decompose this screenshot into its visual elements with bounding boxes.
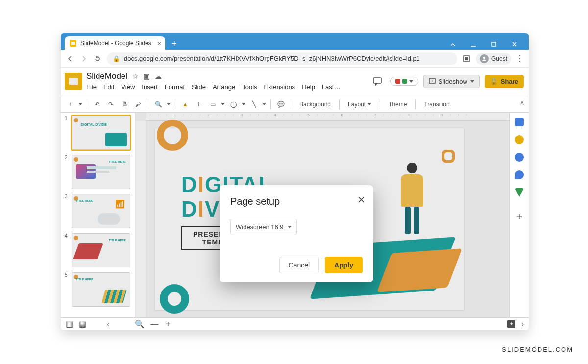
paint-format-icon[interactable]: 🖌 — [133, 99, 144, 110]
contacts-icon[interactable] — [515, 170, 524, 179]
menu-help[interactable]: Help — [302, 83, 315, 91]
calendar-icon[interactable] — [515, 118, 524, 126]
slide-thumb[interactable]: TITLE HERE — [72, 155, 130, 189]
chevron-down-icon — [470, 80, 474, 83]
slide-thumb[interactable]: TITLE HERE — [72, 233, 130, 267]
menu-slide[interactable]: Slide — [192, 83, 206, 91]
maps-icon[interactable] — [515, 188, 524, 197]
zoom-icon[interactable]: 🔍 — [153, 99, 164, 110]
undo-icon[interactable]: ↶ — [92, 99, 102, 110]
sidepanel-toggle-icon[interactable]: › — [521, 320, 524, 329]
slideshow-button[interactable]: Slideshow — [423, 75, 480, 88]
cancel-button[interactable]: Cancel — [279, 257, 319, 273]
thumb-number: 3 — [65, 194, 69, 228]
ruler-horizontal: · · · 1 · · · 2 · · · 3 · · · 4 · · · 5 … — [146, 113, 509, 121]
menu-insert[interactable]: Insert — [142, 83, 158, 91]
nav-reload-icon[interactable] — [93, 54, 102, 63]
doc-title[interactable]: SlideModel — [86, 72, 127, 81]
chevron-down-icon — [409, 80, 413, 83]
explore-icon[interactable]: ✦ — [507, 320, 515, 328]
collapse-panel-icon[interactable]: ‹ — [107, 320, 109, 329]
zoom-in-icon[interactable]: ＋ — [164, 319, 172, 329]
meet-button[interactable] — [390, 77, 418, 86]
window-minimize-button[interactable] — [443, 38, 462, 50]
avatar-icon — [480, 54, 489, 63]
nav-back-icon[interactable] — [66, 54, 74, 63]
menu-edit[interactable]: Edit — [103, 83, 114, 91]
window-maximize-button[interactable] — [485, 38, 503, 50]
url-text: docs.google.com/presentation/d/1tt7KHlXV… — [124, 55, 420, 62]
address-bar: 🔒 docs.google.com/presentation/d/1tt7KHl… — [61, 50, 529, 68]
keep-icon[interactable] — [515, 135, 524, 144]
textbox-icon[interactable]: T — [194, 99, 204, 110]
zoom-out-icon[interactable]: 🔍 — [135, 319, 145, 329]
comment-add-icon[interactable]: 💬 — [275, 99, 286, 110]
menu-extensions[interactable]: Extensions — [264, 83, 295, 91]
share-button[interactable]: 🔒 Share — [485, 75, 524, 88]
theme-button[interactable]: Theme — [385, 99, 411, 109]
print-icon[interactable]: 🖶 — [119, 99, 130, 110]
side-panel: ＋ — [509, 113, 529, 317]
profile-label: Guest — [491, 55, 507, 62]
decor-square-icon — [442, 150, 455, 163]
transition-button[interactable]: Transition — [420, 99, 453, 109]
tasks-icon[interactable] — [515, 153, 524, 162]
chevron-down-icon — [368, 103, 371, 105]
thumb-number: 2 — [65, 155, 69, 189]
window-close-button[interactable] — [505, 38, 524, 50]
watermark-text: SLIDEMODEL.COM — [502, 346, 573, 353]
cloud-status-icon[interactable]: ☁ — [155, 73, 162, 80]
browser-tab[interactable]: SlideModel - Google Slides × — [65, 36, 165, 50]
page-size-value: Widescreen 16:9 — [236, 223, 284, 231]
line-icon[interactable]: ╲ — [248, 99, 259, 110]
shape-icon[interactable]: ◯ — [228, 99, 239, 110]
select-tool-icon[interactable]: ▲ — [180, 99, 191, 110]
omnibox[interactable]: 🔒 docs.google.com/presentation/d/1tt7KHl… — [107, 52, 457, 65]
apply-button[interactable]: Apply — [325, 257, 363, 273]
menu-file[interactable]: File — [86, 83, 97, 91]
add-addon-icon[interactable]: ＋ — [514, 210, 524, 223]
decor-ring-icon — [160, 284, 189, 314]
menu-view[interactable]: View — [121, 83, 135, 91]
move-icon[interactable]: ▣ — [144, 73, 150, 80]
layout-label: Layout — [348, 101, 366, 108]
thumbnail-panel[interactable]: 1 DIGITAL DIVIDE 2 TITLE HERE — [61, 113, 135, 317]
dialog-close-icon[interactable]: ✕ — [357, 194, 366, 206]
slide-thumb[interactable]: TITLE HERE — [72, 272, 130, 307]
chrome-menu-icon[interactable]: ⋮ — [516, 54, 524, 63]
grid-view-icon[interactable]: ▦ — [79, 319, 86, 329]
chevron-down-icon — [221, 103, 225, 105]
tab-title: SlideModel - Google Slides — [80, 40, 151, 47]
browser-window: SlideModel - Google Slides × + — [61, 33, 529, 330]
thumb-number: 1 — [65, 116, 69, 150]
doc-header: SlideModel ☆ ▣ ☁ File Edit View Insert F… — [61, 68, 529, 96]
slides-favicon-icon — [70, 40, 76, 47]
ruler-vertical — [135, 121, 146, 317]
install-app-icon[interactable] — [462, 54, 471, 63]
layout-button[interactable]: Layout — [344, 99, 375, 109]
nav-forward-icon[interactable] — [79, 54, 88, 63]
menu-format[interactable]: Format — [165, 83, 185, 91]
filmstrip-view-icon[interactable]: ▥ — [66, 319, 73, 329]
window-line-button[interactable] — [464, 38, 483, 50]
menu-tools[interactable]: Tools — [242, 83, 257, 91]
collapse-toolbar-icon[interactable]: ʌ — [520, 99, 524, 106]
slides-logo-icon[interactable] — [65, 73, 82, 90]
menu-last-edit[interactable]: Last… — [322, 83, 341, 91]
page-size-select[interactable]: Widescreen 16:9 — [230, 219, 297, 235]
redo-icon[interactable]: ↷ — [105, 99, 116, 110]
menu-arrange[interactable]: Arrange — [213, 83, 235, 91]
slide-thumb[interactable]: DIGITAL DIVIDE — [72, 116, 130, 150]
image-icon[interactable]: ▭ — [207, 99, 218, 110]
thumb-number: 4 — [65, 233, 69, 267]
chevron-down-icon — [262, 103, 266, 105]
profile-chip[interactable]: Guest — [476, 53, 511, 65]
new-tab-button[interactable]: + — [168, 37, 181, 50]
slide-thumb[interactable]: TITLE HERE 📶 — [72, 194, 130, 228]
comments-icon[interactable] — [369, 73, 385, 89]
star-icon[interactable]: ☆ — [132, 73, 139, 80]
zoom-slider[interactable]: — — [150, 320, 158, 329]
tab-close-icon[interactable]: × — [157, 40, 161, 47]
new-slide-icon[interactable]: ＋ — [65, 99, 75, 110]
background-button[interactable]: Background — [295, 99, 335, 109]
